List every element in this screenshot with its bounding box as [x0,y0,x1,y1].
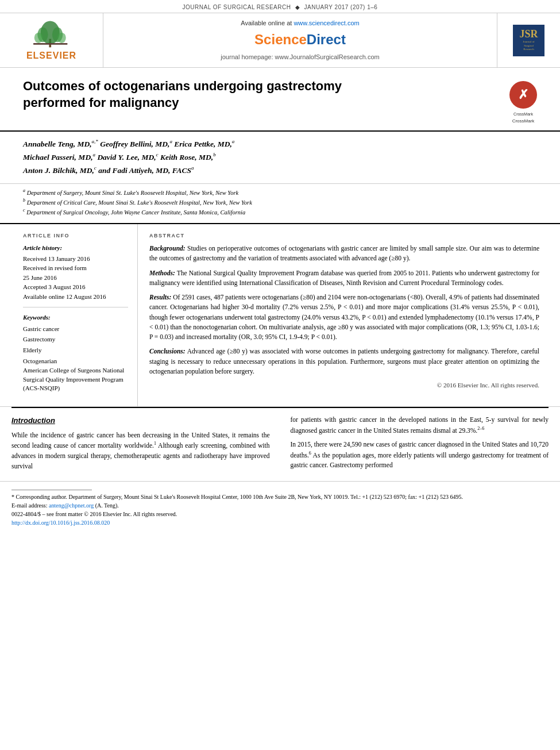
sciencedirect-logo: ScienceDirect [254,30,346,49]
body-col-left: Introduction While the incidence of gast… [11,415,280,475]
abstract-results: Results: Of 2591 cases, 487 patients wer… [149,293,539,342]
available-date: Available online 12 August 2016 [23,292,128,302]
available-online-text: Available online at www.sciencedirect.co… [241,19,359,28]
jsr-letters: JSR [519,29,538,39]
body-columns: Introduction While the incidence of gast… [0,408,560,475]
keywords-group: Keywords: Gastric cancer Gastrectomy Eld… [23,313,128,393]
intro-para1: While the incidence of gastric cancer ha… [11,430,270,472]
author-pettke: Erica Pettke, MD, [174,139,232,148]
abstract-background: Background: Studies on perioperative out… [149,244,539,264]
abstract-conclusions: Conclusions: Advanced age (≥80 y) was as… [149,347,539,376]
diamond-separator: ◆ [295,4,300,10]
introduction-heading: Introduction [11,415,270,426]
background-text: Studies on perioperative outcomes of oct… [149,245,539,261]
history-label: Article history: [23,244,128,252]
conclusions-text: Advanced age (≥80 y) was associated with… [149,348,539,375]
svg-point-5 [57,33,66,43]
keyword-acs: American College of Surgeons National Su… [23,366,128,393]
author-teng: Annabelle Teng, MD, [23,139,92,148]
title-section: Outcomes of octogenarians undergoing gas… [0,68,560,131]
jsr-logo-area: JSR Journal ofSurgicalResearch [497,13,560,67]
elsevier-tree-icon [20,18,83,49]
affiliations-section: a Department of Surgery, Mount Sinai St.… [0,184,560,224]
revised-label: Received in revised form [23,263,128,273]
results-label: Results: [149,294,171,301]
available-online-label: Available online at [241,20,292,26]
keywords-label: Keywords: [23,313,128,322]
author-rose: Keith Rose, MD, [160,153,213,161]
body-col-right: for patients with gastric cancer in the … [280,415,549,475]
jsr-subtitle: Journal ofSurgicalResearch [523,40,534,52]
author-bilchik: Anton J. Bilchik, MD, [23,166,94,175]
author-bellini: Geoffrey Bellini, MD, [100,139,169,148]
journal-header-center: Available online at www.sciencedirect.co… [103,13,497,67]
email-footnote: E-mail address: anteng@chpnet.org (A. Te… [11,501,549,510]
affil-c: c Department of Surgical Oncology, John … [23,207,537,217]
affil-b: b Department of Critical Care, Mount Sin… [23,197,537,207]
jsr-logo-box: JSR Journal ofSurgicalResearch [513,25,544,56]
rights-footnote: 0022-4804/$ – see front matter © 2016 El… [11,510,549,518]
corresponding-text: Department of Surgery, Mount Sinai St Lu… [67,494,463,500]
article-info-label: ARTICLE INFO [23,232,128,240]
journal-name: JOURNAL OF SURGICAL RESEARCH [183,4,291,10]
methods-text: The National Surgical Quality Improvemen… [149,270,539,286]
article-info-abstract: ARTICLE INFO Article history: Received 1… [0,224,560,407]
affil-a: a Department of Surgery, Mount Sinai St.… [23,187,537,197]
background-label: Background: [149,245,186,252]
journal-homepage: journal homepage: www.JournalofSurgicalR… [221,53,379,61]
article-info-col: ARTICLE INFO Article history: Received 1… [11,224,138,407]
authors-section: Annabelle Teng, MD,a,* Geoffrey Bellini,… [0,132,560,184]
abstract-col: ABSTRACT Background: Studies on perioper… [138,224,549,407]
crossmark-badge: ✗ [509,81,537,109]
abstract-methods: Methods: The National Surgical Quality I… [149,268,539,289]
author-attiyeh: and Fadi Attiyeh, MD, FACS [98,166,191,175]
received-date: Received 13 January 2016 [23,254,128,264]
keyword-gastrectomy: Gastrectomy [23,334,128,345]
author-lee: David Y. Lee, MD, [97,153,156,161]
info-divider [23,307,128,307]
elsevier-logo-area: JSR ELSEVIER [0,13,103,67]
keywords-list: Gastric cancer Gastrectomy Elderly Octog… [23,324,128,393]
journal-date: JANUARY 2017 (207) 1–6 [304,4,377,10]
crossmark-label: CrossMark [512,118,535,124]
results-text: Of 2591 cases, 487 patients were octogen… [149,294,539,340]
svg-point-4 [34,33,43,43]
jsr-badge: JSR Journal ofSurgicalResearch [513,25,544,56]
article-title: Outcomes of octogenarians undergoing gas… [23,78,356,111]
article-history: Article history: Received 13 January 201… [23,244,128,301]
email-label: E-mail address: [11,502,47,509]
intro-ref2: 2–6 [477,426,484,431]
corresponding-label: * Corresponding author. [11,494,67,500]
keyword-gastric: Gastric cancer [23,324,128,334]
abstract-label: ABSTRACT [149,232,539,240]
copyright-line: © 2016 Elsevier Inc. All rights reserved… [149,381,539,390]
authors-line: Annabelle Teng, MD,a,* Geoffrey Bellini,… [23,137,537,178]
doi-link[interactable]: http://dx.doi.org/10.1016/j.jss.2016.08.… [11,520,110,526]
elsevier-wordmark: ELSEVIER [26,49,76,62]
doi-footnote: http://dx.doi.org/10.1016/j.jss.2016.08.… [11,518,549,527]
email-suffix: (A. Teng). [94,502,119,509]
intro-para2-right: for patients with gastric cancer in the … [291,415,549,436]
keyword-octogenarian: Octogenarian [23,356,128,367]
svg-rect-6 [33,43,67,45]
accepted-date: Accepted 3 August 2016 [23,282,128,292]
sciencedirect-link[interactable]: www.sciencedirect.com [293,20,359,26]
intro-para3-right: In 2015, there were 24,590 new cases of … [291,440,549,471]
keyword-elderly: Elderly [23,345,128,356]
crossmark-area: ✗ CrossMark [509,81,537,124]
conclusions-label: Conclusions: [149,348,186,355]
footnote-divider [11,490,92,490]
author-passeri: Michael Passeri, MD, [23,153,93,161]
footnote-area: * Corresponding author. Department of Su… [0,481,560,530]
methods-label: Methods: [149,270,175,276]
header-band: JSR ELSEVIER Available online at www.sci… [0,13,560,68]
revised-date: 25 June 2016 [23,273,128,283]
journal-top-bar: JOURNAL OF SURGICAL RESEARCH ◆ JANUARY 2… [0,0,560,13]
email-link[interactable]: anteng@chpnet.org [49,502,94,509]
corresponding-footnote: * Corresponding author. Department of Su… [11,493,549,501]
